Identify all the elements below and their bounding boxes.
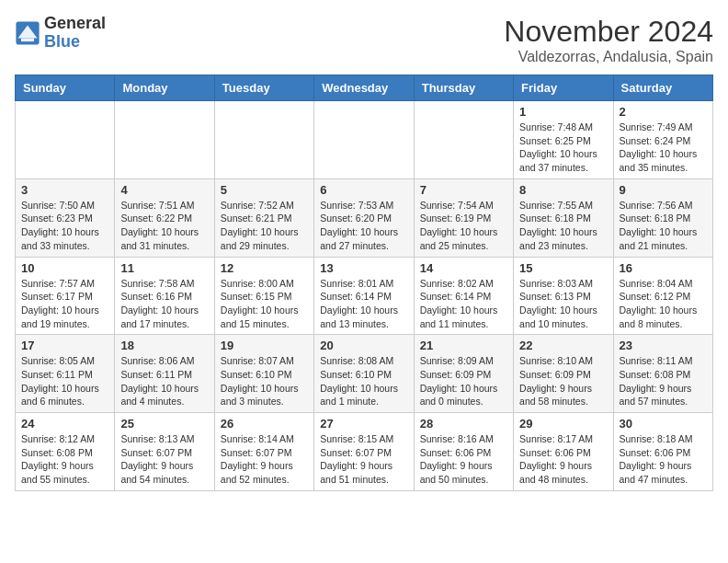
day-number: 2 bbox=[620, 105, 707, 119]
column-header-monday: Monday bbox=[115, 75, 214, 101]
day-number: 27 bbox=[320, 417, 407, 431]
day-number: 14 bbox=[420, 261, 507, 275]
day-number: 11 bbox=[120, 261, 208, 275]
column-header-saturday: Saturday bbox=[613, 75, 712, 101]
column-header-tuesday: Tuesday bbox=[214, 75, 313, 101]
day-info: Sunrise: 8:08 AM Sunset: 6:10 PM Dayligh… bbox=[320, 354, 407, 408]
day-info: Sunrise: 7:48 AM Sunset: 6:25 PM Dayligh… bbox=[519, 121, 607, 175]
logo: General Blue bbox=[15, 15, 106, 52]
calendar-cell: 22Sunrise: 8:10 AM Sunset: 6:09 PM Dayli… bbox=[514, 335, 613, 413]
day-number: 26 bbox=[221, 417, 308, 431]
calendar-cell bbox=[414, 101, 513, 179]
day-info: Sunrise: 7:52 AM Sunset: 6:21 PM Dayligh… bbox=[221, 199, 308, 253]
day-info: Sunrise: 7:49 AM Sunset: 6:24 PM Dayligh… bbox=[620, 121, 707, 175]
calendar-cell: 29Sunrise: 8:17 AM Sunset: 6:06 PM Dayli… bbox=[514, 413, 613, 491]
logo-blue-text: Blue bbox=[44, 33, 106, 52]
day-number: 21 bbox=[420, 339, 507, 352]
calendar-cell: 17Sunrise: 8:05 AM Sunset: 6:11 PM Dayli… bbox=[16, 335, 115, 413]
day-info: Sunrise: 8:17 AM Sunset: 6:06 PM Dayligh… bbox=[519, 432, 607, 487]
calendar-cell: 12Sunrise: 8:00 AM Sunset: 6:15 PM Dayli… bbox=[214, 257, 313, 335]
day-number: 6 bbox=[320, 183, 407, 197]
column-header-thursday: Thursday bbox=[414, 75, 513, 101]
day-info: Sunrise: 8:09 AM Sunset: 6:09 PM Dayligh… bbox=[420, 354, 507, 408]
logo-text: General Blue bbox=[44, 15, 106, 52]
day-info: Sunrise: 7:58 AM Sunset: 6:16 PM Dayligh… bbox=[120, 277, 208, 331]
day-number: 3 bbox=[21, 183, 108, 197]
day-info: Sunrise: 8:13 AM Sunset: 6:07 PM Dayligh… bbox=[120, 432, 208, 487]
day-info: Sunrise: 7:55 AM Sunset: 6:18 PM Dayligh… bbox=[519, 199, 607, 253]
calendar-cell: 19Sunrise: 8:07 AM Sunset: 6:10 PM Dayli… bbox=[214, 335, 313, 413]
calendar-cell: 30Sunrise: 8:18 AM Sunset: 6:06 PM Dayli… bbox=[613, 413, 712, 491]
calendar-cell: 24Sunrise: 8:12 AM Sunset: 6:08 PM Dayli… bbox=[16, 413, 115, 491]
day-info: Sunrise: 8:16 AM Sunset: 6:06 PM Dayligh… bbox=[420, 432, 507, 487]
day-info: Sunrise: 8:14 AM Sunset: 6:07 PM Dayligh… bbox=[221, 432, 308, 487]
day-info: Sunrise: 7:53 AM Sunset: 6:20 PM Dayligh… bbox=[320, 199, 407, 253]
day-info: Sunrise: 8:11 AM Sunset: 6:08 PM Dayligh… bbox=[620, 354, 707, 408]
calendar-cell: 23Sunrise: 8:11 AM Sunset: 6:08 PM Dayli… bbox=[613, 335, 712, 413]
day-number: 28 bbox=[420, 417, 507, 431]
day-number: 9 bbox=[620, 183, 707, 197]
day-info: Sunrise: 8:18 AM Sunset: 6:06 PM Dayligh… bbox=[620, 432, 707, 487]
day-info: Sunrise: 8:04 AM Sunset: 6:12 PM Dayligh… bbox=[620, 277, 707, 331]
day-number: 1 bbox=[519, 105, 607, 119]
day-number: 19 bbox=[221, 339, 308, 352]
day-number: 5 bbox=[221, 183, 308, 197]
day-number: 20 bbox=[320, 339, 407, 352]
calendar-cell: 9Sunrise: 7:56 AM Sunset: 6:18 PM Daylig… bbox=[613, 178, 712, 257]
calendar-cell: 26Sunrise: 8:14 AM Sunset: 6:07 PM Dayli… bbox=[214, 413, 313, 491]
day-info: Sunrise: 8:12 AM Sunset: 6:08 PM Dayligh… bbox=[21, 432, 108, 487]
day-number: 15 bbox=[519, 261, 607, 275]
day-number: 8 bbox=[519, 183, 607, 197]
day-info: Sunrise: 8:03 AM Sunset: 6:13 PM Dayligh… bbox=[519, 277, 607, 331]
calendar-cell: 7Sunrise: 7:54 AM Sunset: 6:19 PM Daylig… bbox=[414, 178, 513, 257]
day-info: Sunrise: 8:01 AM Sunset: 6:14 PM Dayligh… bbox=[320, 277, 407, 331]
day-info: Sunrise: 8:15 AM Sunset: 6:07 PM Dayligh… bbox=[320, 432, 407, 487]
calendar-table: SundayMondayTuesdayWednesdayThursdayFrid… bbox=[15, 75, 713, 491]
calendar-cell: 20Sunrise: 8:08 AM Sunset: 6:10 PM Dayli… bbox=[314, 335, 414, 413]
calendar-cell: 11Sunrise: 7:58 AM Sunset: 6:16 PM Dayli… bbox=[115, 257, 214, 335]
calendar-cell: 3Sunrise: 7:50 AM Sunset: 6:23 PM Daylig… bbox=[16, 178, 115, 257]
day-number: 25 bbox=[120, 417, 208, 431]
calendar-cell: 13Sunrise: 8:01 AM Sunset: 6:14 PM Dayli… bbox=[314, 257, 414, 335]
column-header-sunday: Sunday bbox=[16, 75, 115, 101]
day-info: Sunrise: 8:07 AM Sunset: 6:10 PM Dayligh… bbox=[221, 354, 308, 408]
calendar-cell bbox=[214, 101, 313, 179]
title-block: November 2024 Valdezorras, Andalusia, Sp… bbox=[504, 15, 713, 65]
calendar-cell: 25Sunrise: 8:13 AM Sunset: 6:07 PM Dayli… bbox=[115, 413, 214, 491]
day-info: Sunrise: 7:54 AM Sunset: 6:19 PM Dayligh… bbox=[420, 199, 507, 253]
logo-general-text: General bbox=[44, 15, 106, 33]
day-number: 30 bbox=[620, 417, 707, 431]
calendar-cell: 16Sunrise: 8:04 AM Sunset: 6:12 PM Dayli… bbox=[613, 257, 712, 335]
logo-icon bbox=[15, 20, 40, 46]
day-number: 12 bbox=[221, 261, 308, 275]
calendar-week-row: 10Sunrise: 7:57 AM Sunset: 6:17 PM Dayli… bbox=[16, 257, 713, 335]
day-info: Sunrise: 8:06 AM Sunset: 6:11 PM Dayligh… bbox=[120, 354, 208, 408]
day-info: Sunrise: 8:02 AM Sunset: 6:14 PM Dayligh… bbox=[420, 277, 507, 331]
day-number: 24 bbox=[21, 417, 108, 431]
day-info: Sunrise: 7:50 AM Sunset: 6:23 PM Dayligh… bbox=[21, 199, 108, 253]
day-number: 7 bbox=[420, 183, 507, 197]
page-header: General Blue November 2024 Valdezorras, … bbox=[15, 15, 713, 65]
calendar-cell: 8Sunrise: 7:55 AM Sunset: 6:18 PM Daylig… bbox=[514, 178, 613, 257]
calendar-cell: 4Sunrise: 7:51 AM Sunset: 6:22 PM Daylig… bbox=[115, 178, 214, 257]
day-info: Sunrise: 7:57 AM Sunset: 6:17 PM Dayligh… bbox=[21, 277, 108, 331]
day-number: 10 bbox=[21, 261, 108, 275]
calendar-header-row: SundayMondayTuesdayWednesdayThursdayFrid… bbox=[16, 75, 713, 101]
calendar-cell: 14Sunrise: 8:02 AM Sunset: 6:14 PM Dayli… bbox=[414, 257, 513, 335]
day-info: Sunrise: 7:51 AM Sunset: 6:22 PM Dayligh… bbox=[120, 199, 208, 253]
calendar-cell: 10Sunrise: 7:57 AM Sunset: 6:17 PM Dayli… bbox=[16, 257, 115, 335]
day-number: 17 bbox=[21, 339, 108, 352]
day-number: 29 bbox=[519, 417, 607, 431]
calendar-cell bbox=[115, 101, 214, 179]
day-number: 4 bbox=[120, 183, 208, 197]
calendar-cell: 15Sunrise: 8:03 AM Sunset: 6:13 PM Dayli… bbox=[514, 257, 613, 335]
calendar-cell: 5Sunrise: 7:52 AM Sunset: 6:21 PM Daylig… bbox=[214, 178, 313, 257]
day-info: Sunrise: 8:10 AM Sunset: 6:09 PM Dayligh… bbox=[519, 354, 607, 408]
calendar-cell: 6Sunrise: 7:53 AM Sunset: 6:20 PM Daylig… bbox=[314, 178, 414, 257]
calendar-week-row: 3Sunrise: 7:50 AM Sunset: 6:23 PM Daylig… bbox=[16, 178, 713, 257]
day-number: 18 bbox=[120, 339, 208, 352]
day-info: Sunrise: 7:56 AM Sunset: 6:18 PM Dayligh… bbox=[620, 199, 707, 253]
calendar-week-row: 24Sunrise: 8:12 AM Sunset: 6:08 PM Dayli… bbox=[16, 413, 713, 491]
calendar-cell: 21Sunrise: 8:09 AM Sunset: 6:09 PM Dayli… bbox=[414, 335, 513, 413]
calendar-week-row: 17Sunrise: 8:05 AM Sunset: 6:11 PM Dayli… bbox=[16, 335, 713, 413]
